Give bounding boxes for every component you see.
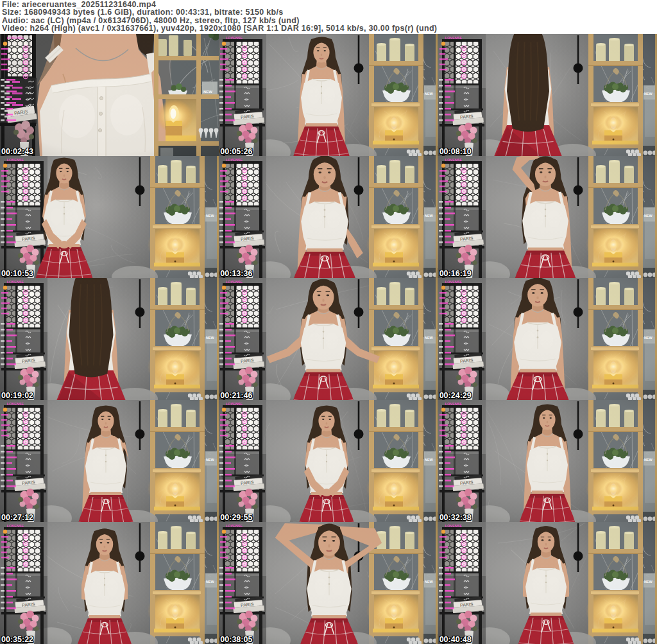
svg-text:LOVENSE: LOVENSE <box>226 524 243 528</box>
svg-text:LOVENSE: LOVENSE <box>226 36 243 40</box>
svg-text:LOVENSE: LOVENSE <box>445 524 463 528</box>
svg-text:LOVENSE: LOVENSE <box>445 36 463 40</box>
svg-text:LOVENSE: LOVENSE <box>7 158 24 162</box>
svg-text:LOVENSE: LOVENSE <box>7 36 24 40</box>
svg-text:LOVENSE: LOVENSE <box>445 402 463 406</box>
svg-text:LOVENSE: LOVENSE <box>226 158 243 162</box>
svg-text:LOVENSE: LOVENSE <box>445 158 463 162</box>
svg-text:LOVENSE: LOVENSE <box>445 280 463 284</box>
svg-text:LOVENSE: LOVENSE <box>226 280 243 284</box>
svg-text:LOVENSE: LOVENSE <box>7 402 24 406</box>
svg-text:LOVENSE: LOVENSE <box>7 524 24 528</box>
svg-text:LOVENSE: LOVENSE <box>7 280 24 284</box>
svg-text:LOVENSE: LOVENSE <box>226 402 243 406</box>
